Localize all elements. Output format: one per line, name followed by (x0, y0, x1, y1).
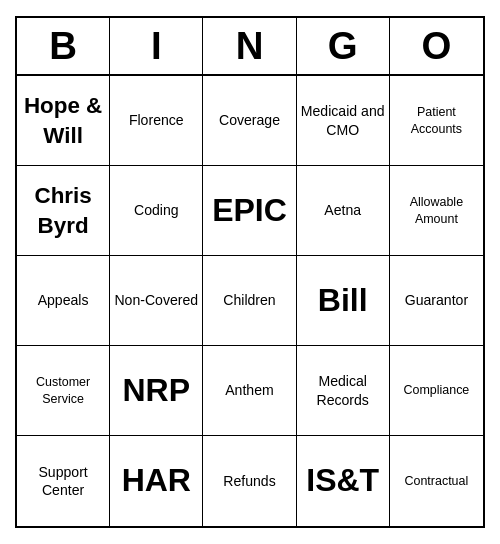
bingo-cell-22: Refunds (203, 436, 296, 526)
bingo-cell-8: Aetna (297, 166, 390, 256)
bingo-cell-7: EPIC (203, 166, 296, 256)
bingo-cell-1: Florence (110, 76, 203, 166)
bingo-cell-10: Appeals (17, 256, 110, 346)
header-letter-o: O (390, 18, 483, 74)
bingo-cell-16: NRP (110, 346, 203, 436)
header-letter-g: G (297, 18, 390, 74)
bingo-cell-14: Guarantor (390, 256, 483, 346)
bingo-card: BINGO Hope & WillFlorenceCoverageMedicai… (15, 16, 485, 528)
bingo-cell-11: Non-Covered (110, 256, 203, 346)
bingo-cell-15: Customer Service (17, 346, 110, 436)
bingo-cell-6: Coding (110, 166, 203, 256)
bingo-cell-4: Patient Accounts (390, 76, 483, 166)
bingo-cell-23: IS&T (297, 436, 390, 526)
bingo-cell-3: Medicaid and CMO (297, 76, 390, 166)
bingo-cell-18: Medical Records (297, 346, 390, 436)
bingo-cell-19: Compliance (390, 346, 483, 436)
bingo-cell-21: HAR (110, 436, 203, 526)
bingo-cell-9: Allowable Amount (390, 166, 483, 256)
header-letter-i: I (110, 18, 203, 74)
bingo-cell-20: Support Center (17, 436, 110, 526)
header-letter-b: B (17, 18, 110, 74)
bingo-grid: Hope & WillFlorenceCoverageMedicaid and … (17, 76, 483, 526)
bingo-cell-5: Chris Byrd (17, 166, 110, 256)
bingo-cell-24: Contractual (390, 436, 483, 526)
bingo-cell-0: Hope & Will (17, 76, 110, 166)
bingo-cell-2: Coverage (203, 76, 296, 166)
bingo-cell-12: Children (203, 256, 296, 346)
bingo-cell-13: Bill (297, 256, 390, 346)
bingo-cell-17: Anthem (203, 346, 296, 436)
bingo-header: BINGO (17, 18, 483, 76)
header-letter-n: N (203, 18, 296, 74)
